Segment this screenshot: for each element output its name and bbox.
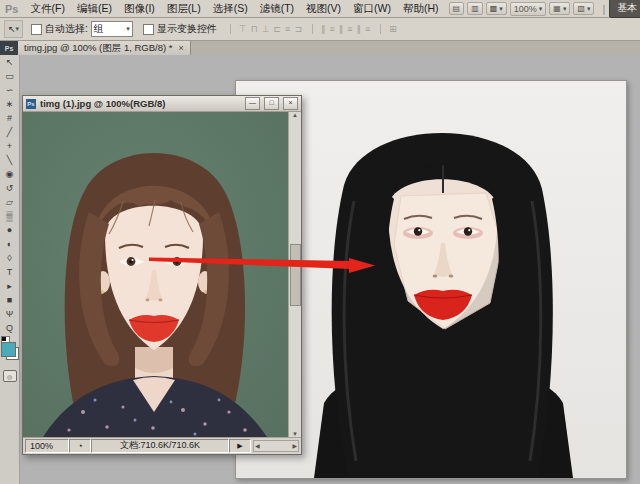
photoshop-logo: Ps xyxy=(3,3,24,15)
chevron-down-icon: ▾ xyxy=(16,25,20,33)
horizontal-scrollbar[interactable]: ◀ ▶ xyxy=(253,440,299,452)
distribute-icon[interactable]: ∥ xyxy=(356,24,361,34)
distribute-icon[interactable]: ≡ xyxy=(365,24,370,34)
maximize-button[interactable]: □ xyxy=(264,97,279,110)
separator: | xyxy=(602,3,605,15)
floating-window-titlebar[interactable]: Ps timg (1).jpg @ 100%(RGB/8) — □ × xyxy=(23,96,301,112)
menu-item[interactable]: 视图(V) xyxy=(300,2,347,16)
workspace-area: | 基本 xyxy=(594,0,640,18)
tool-button[interactable]: ◉ xyxy=(1,167,19,181)
tool-button[interactable]: Q xyxy=(1,321,19,335)
options-bar: ↖ ▾ 自动选择: 组 ▾ 显示变换控件 ⊤⊓⊥⊏≡⊐ ∥≡∥≡∥≡ ⊞ xyxy=(0,18,640,41)
distribute-icon[interactable]: ≡ xyxy=(329,24,334,34)
file-icon: Ps xyxy=(0,41,18,55)
align-icon[interactable]: ⊐ xyxy=(294,24,302,34)
menu-items: 文件(F)编辑(E)图像(I)图层(L)选择(S)滤镜(T)视图(V)窗口(W)… xyxy=(24,2,444,16)
scroll-right-icon[interactable]: ▶ xyxy=(292,442,297,449)
document-size-info: 文档:710.6K/710.6K xyxy=(91,439,229,453)
tool-button[interactable]: ■ xyxy=(1,293,19,307)
tool-button[interactable]: ∽ xyxy=(1,83,19,97)
auto-select-checkbox[interactable] xyxy=(31,24,42,35)
tool-list: ↖▭∽∗#╱+╲◉↺▱▒●◐◊T▸■ΨQ xyxy=(1,55,19,335)
menu-bar: Ps 文件(F)编辑(E)图像(I)图层(L)选择(S)滤镜(T)视图(V)窗口… xyxy=(0,0,640,18)
show-transform-label: 显示变换控件 xyxy=(157,22,217,36)
align-icon[interactable]: ⊏ xyxy=(274,24,282,34)
workspace-basic-button[interactable]: 基本 xyxy=(609,0,640,18)
tool-button[interactable]: Ψ xyxy=(1,307,19,321)
hand-rotate-icon[interactable]: ▧▾ xyxy=(573,2,594,15)
floating-window-title: timg (1).jpg @ 100%(RGB/8) xyxy=(40,98,241,109)
floating-window-canvas[interactable]: ▲ ▼ xyxy=(23,112,301,437)
tool-button[interactable]: ◐ xyxy=(1,237,19,251)
scroll-left-icon[interactable]: ◀ xyxy=(255,442,260,449)
move-tool-preset[interactable]: ↖ ▾ xyxy=(4,20,23,38)
menu-item[interactable]: 文件(F) xyxy=(24,2,70,16)
view-extras-icon[interactable]: ▥ xyxy=(467,2,483,15)
auto-align-button[interactable]: ⊞ xyxy=(380,24,397,34)
document-tab-label: timg.jpg @ 100% (图层 1, RGB/8) * xyxy=(24,42,173,55)
quick-mask-icon[interactable]: ◎ xyxy=(3,370,17,382)
tool-button[interactable]: ╲ xyxy=(1,153,19,167)
portrait-short-hair xyxy=(23,112,288,437)
tool-button[interactable]: # xyxy=(1,111,19,125)
distribute-buttons: ∥≡∥≡∥≡ xyxy=(312,24,370,34)
auto-select-dropdown[interactable]: 组 ▾ xyxy=(91,21,133,37)
menu-item[interactable]: 选择(S) xyxy=(207,2,254,16)
distribute-icon[interactable]: ∥ xyxy=(321,24,326,34)
tool-button[interactable]: ↖ xyxy=(1,55,19,69)
screen-mode-icon[interactable]: ▦▾ xyxy=(549,2,570,15)
tool-button[interactable]: T xyxy=(1,265,19,279)
tool-button[interactable]: ▒ xyxy=(1,209,19,223)
menu-item[interactable]: 编辑(E) xyxy=(71,2,118,16)
floating-window-statusbar: 100% ◔ 文档:710.6K/710.6K ▶ ◀ ▶ xyxy=(23,437,301,453)
auto-select-label: 自动选择: xyxy=(45,22,88,36)
align-icon[interactable]: ⊥ xyxy=(262,24,270,34)
tool-button[interactable]: ↺ xyxy=(1,181,19,195)
tool-button[interactable]: ▱ xyxy=(1,195,19,209)
move-tool-icon: ↖ xyxy=(8,24,16,34)
tool-button[interactable]: ● xyxy=(1,223,19,237)
status-flyout-icon[interactable]: ▶ xyxy=(229,439,251,453)
floating-document-window[interactable]: Ps timg (1).jpg @ 100%(RGB/8) — □ × xyxy=(22,95,302,455)
scroll-up-icon[interactable]: ▲ xyxy=(292,112,298,118)
arrange-documents-icon[interactable]: ▩▾ xyxy=(486,2,507,15)
scroll-down-icon[interactable]: ▼ xyxy=(292,431,298,437)
zoom-percent-field[interactable]: 100% xyxy=(25,439,69,453)
chevron-down-icon: ▾ xyxy=(126,25,130,33)
menu-item[interactable]: 图像(I) xyxy=(118,2,161,16)
align-icon[interactable]: ≡ xyxy=(285,24,290,34)
tool-button[interactable]: ∗ xyxy=(1,97,19,111)
distribute-icon[interactable]: ≡ xyxy=(347,24,352,34)
tools-panel: ↖▭∽∗#╱+╲◉↺▱▒●◐◊T▸■ΨQ ◎ xyxy=(0,55,20,484)
align-icon[interactable]: ⊓ xyxy=(251,24,258,34)
close-icon[interactable]: × xyxy=(179,43,184,53)
document-tab[interactable]: timg.jpg @ 100% (图层 1, RGB/8) * × xyxy=(18,41,191,55)
distribute-icon[interactable]: ∥ xyxy=(339,24,344,34)
color-wells xyxy=(1,338,19,364)
launch-bridge-icon[interactable]: ▤ xyxy=(449,2,465,15)
menu-item[interactable]: 窗口(W) xyxy=(347,2,397,16)
foreground-color-swatch[interactable] xyxy=(1,342,16,357)
tool-button[interactable]: + xyxy=(1,139,19,153)
tool-button[interactable]: ╱ xyxy=(1,125,19,139)
tool-button[interactable]: ▸ xyxy=(1,279,19,293)
scrollbar-thumb[interactable] xyxy=(290,244,301,306)
menu-item[interactable]: 图层(L) xyxy=(161,2,207,16)
tool-button[interactable]: ▭ xyxy=(1,69,19,83)
zoom-level-dropdown[interactable]: 100%▾ xyxy=(510,2,547,16)
photoshop-window: Ps 文件(F)编辑(E)图像(I)图层(L)选择(S)滤镜(T)视图(V)窗口… xyxy=(0,0,640,484)
menu-item[interactable]: 滤镜(T) xyxy=(254,2,300,16)
align-buttons: ⊤⊓⊥⊏≡⊐ xyxy=(230,24,302,34)
ps-file-icon: Ps xyxy=(26,99,36,109)
minimize-button[interactable]: — xyxy=(245,97,260,110)
menu-item[interactable]: 帮助(H) xyxy=(397,2,445,16)
align-icon[interactable]: ⊤ xyxy=(239,24,247,34)
vertical-scrollbar[interactable]: ▲ ▼ xyxy=(288,112,301,437)
show-transform-checkbox[interactable] xyxy=(143,24,154,35)
document-tab-bar: Ps timg.jpg @ 100% (图层 1, RGB/8) * × xyxy=(0,41,640,55)
auto-align-icon: ⊞ xyxy=(389,24,397,34)
status-icon: ◔ xyxy=(69,439,91,453)
application-bar: ▤ ▥ ▩▾ 100%▾ ▦▾ ▧▾ xyxy=(449,2,595,16)
tool-button[interactable]: ◊ xyxy=(1,251,19,265)
close-button[interactable]: × xyxy=(283,97,298,110)
